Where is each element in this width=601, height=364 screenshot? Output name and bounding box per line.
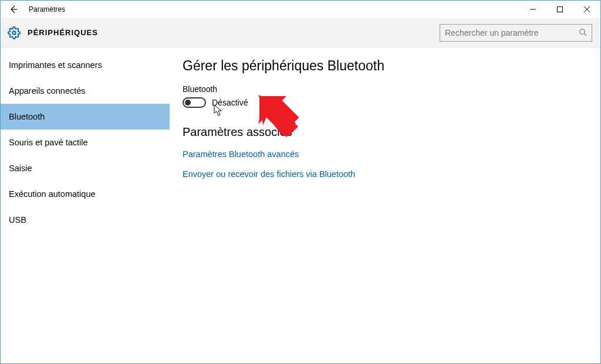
close-button[interactable] [573,1,600,18]
sidebar-item-label: Exécution automatique [9,189,96,199]
page-title: Gérer les périphériques Bluetooth [183,58,588,74]
svg-point-5 [12,31,16,35]
body: Imprimantes et scanners Appareils connec… [1,47,600,363]
sidebar-item-label: Saisie [9,164,32,173]
sidebar-item-typing[interactable]: Saisie [1,155,170,181]
maximize-icon [557,6,563,12]
toggle-label: Bluetooth [183,84,588,94]
sidebar-item-bluetooth[interactable]: Bluetooth [1,104,170,130]
link-advanced-bluetooth[interactable]: Paramètres Bluetooth avancés [183,149,588,159]
svg-line-7 [585,33,587,36]
svg-rect-2 [558,7,563,12]
toggle-knob [185,100,191,106]
sidebar-item-printers[interactable]: Imprimantes et scanners [1,52,170,78]
sidebar-item-label: Appareils connectés [9,86,86,96]
sidebar-item-label: Imprimantes et scanners [9,60,102,70]
link-send-receive-files[interactable]: Envoyer ou recevoir des fichiers via Blu… [183,169,588,179]
svg-point-6 [580,29,585,34]
toggle-state: Désactivé [212,98,248,107]
related-heading: Paramètres associés [183,125,588,139]
window-title: Paramètres [29,5,65,13]
sidebar-item-label: USB [9,215,26,224]
search-input[interactable] [445,28,579,38]
header-row: PÉRIPHÉRIQUES [1,18,600,47]
sidebar-item-autoplay[interactable]: Exécution automatique [1,181,170,207]
sidebar-item-label: Bluetooth [9,112,45,121]
sidebar-item-connected-devices[interactable]: Appareils connectés [1,78,170,104]
sidebar: Imprimantes et scanners Appareils connec… [1,47,170,363]
close-icon [584,6,590,12]
gear-icon [8,26,21,39]
search-icon [579,28,587,38]
section-title: PÉRIPHÉRIQUES [28,28,98,37]
maximize-button[interactable] [546,1,573,18]
sidebar-item-label: Souris et pavé tactile [9,138,88,147]
sidebar-item-mouse[interactable]: Souris et pavé tactile [1,130,170,155]
window-controls [519,1,600,18]
arrow-left-icon [9,5,18,14]
bluetooth-toggle[interactable] [183,97,206,108]
toggle-row: Désactivé [183,97,588,108]
minimize-icon [530,6,536,12]
minimize-button[interactable] [519,1,546,18]
back-button[interactable] [1,1,26,18]
search-box[interactable] [440,24,592,42]
content-pane: Gérer les périphériques Bluetooth Blueto… [170,47,600,363]
titlebar: Paramètres [1,1,600,18]
sidebar-item-usb[interactable]: USB [1,207,170,233]
